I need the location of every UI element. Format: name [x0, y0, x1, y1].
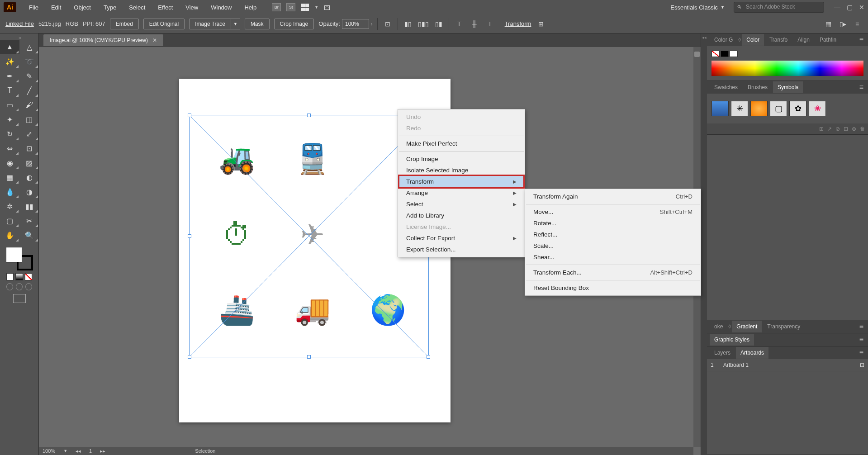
- artboard-nav-prev[interactable]: ◂◂: [76, 448, 81, 454]
- none-mode-icon[interactable]: [25, 273, 32, 280]
- align-bottom-icon[interactable]: ⊥: [484, 19, 495, 29]
- slice-tool[interactable]: ✂: [19, 213, 39, 228]
- rectangle-tool[interactable]: ▭: [0, 98, 19, 112]
- lasso-tool[interactable]: ➰: [19, 54, 39, 69]
- mesh-tool[interactable]: ▦: [0, 170, 19, 185]
- gradient-tool[interactable]: ◐: [19, 170, 39, 185]
- blend-tool[interactable]: ◑: [19, 185, 39, 199]
- close-tab-icon[interactable]: ✕: [152, 37, 157, 43]
- gradient-mode-icon[interactable]: [15, 273, 23, 280]
- edit-original-button[interactable]: Edit Original: [143, 19, 185, 29]
- draw-behind-icon[interactable]: [16, 283, 23, 290]
- menu-help[interactable]: Help: [238, 1, 263, 14]
- draw-inside-icon[interactable]: [25, 283, 32, 290]
- selection-tool[interactable]: ▲: [0, 40, 19, 54]
- artboard-options-icon[interactable]: ⊡: [860, 362, 864, 368]
- menu-window[interactable]: Window: [204, 1, 238, 14]
- menu-item-transform-each[interactable]: Transform Each...Alt+Shift+Ctrl+D: [525, 267, 701, 278]
- menu-view[interactable]: View: [179, 1, 204, 14]
- tab-stroke[interactable]: oke: [710, 321, 727, 332]
- menu-item-make-pixel-perfect[interactable]: Make Pixel Perfect: [398, 138, 525, 149]
- tab-align[interactable]: Align: [793, 34, 814, 46]
- symbol-thumbnail[interactable]: ✿: [789, 101, 806, 116]
- symbol-thumbnail[interactable]: [711, 101, 729, 116]
- type-tool[interactable]: T: [0, 83, 19, 98]
- perspective-tool[interactable]: ▨: [19, 156, 39, 170]
- menu-item-shear[interactable]: Shear...: [525, 251, 701, 263]
- selection-handle-tl[interactable]: [188, 114, 191, 117]
- magic-wand-tool[interactable]: ✨: [0, 54, 19, 69]
- align-right-icon[interactable]: ▯▮: [433, 19, 444, 29]
- close-button[interactable]: ✕: [859, 4, 864, 11]
- tab-graphic-styles[interactable]: Graphic Styles: [710, 334, 754, 346]
- symbol-thumbnail[interactable]: [750, 101, 768, 116]
- menu-item-select[interactable]: Select▶: [398, 199, 525, 210]
- menu-effect[interactable]: Effect: [152, 1, 179, 14]
- menu-item-scale[interactable]: Scale...: [525, 240, 701, 251]
- arrange-docs-icon[interactable]: [301, 4, 309, 11]
- pixel-snap-icon[interactable]: ▦: [823, 19, 834, 29]
- opacity-stepper[interactable]: ›: [371, 21, 373, 27]
- tab-color-guide[interactable]: Color G: [710, 34, 737, 46]
- artboard-row[interactable]: 1 Artboard 1 ⊡: [707, 359, 868, 371]
- menu-edit[interactable]: Edit: [45, 1, 67, 14]
- align-vcenter-icon[interactable]: ╫: [469, 19, 480, 29]
- document-tab[interactable]: Image.ai @ 100% (CMYK/GPU Preview) ✕: [43, 34, 163, 46]
- stock-icon[interactable]: St: [286, 3, 295, 11]
- align-hcenter-icon[interactable]: ▯▮▯: [418, 19, 429, 29]
- bridge-icon[interactable]: Br: [272, 3, 281, 11]
- panel-menu-icon[interactable]: ≡: [858, 81, 865, 93]
- place-symbol-icon[interactable]: ↗: [827, 126, 832, 132]
- tab-layers[interactable]: Layers: [710, 347, 735, 359]
- tab-gradient[interactable]: Gradient: [732, 321, 762, 332]
- line-tool[interactable]: ╱: [19, 83, 39, 98]
- tab-transform[interactable]: Transfo: [765, 34, 792, 46]
- fill-swatch[interactable]: [6, 247, 22, 262]
- rotate-tool[interactable]: ↻: [0, 127, 19, 141]
- gpu-rocket-icon[interactable]: ⮹: [324, 4, 331, 11]
- none-swatch-icon[interactable]: [711, 51, 720, 57]
- color-mode-icon[interactable]: [6, 273, 14, 280]
- crop-artboard-icon[interactable]: ⊡: [382, 19, 393, 29]
- transform-link[interactable]: Transform: [505, 20, 531, 27]
- pen-tool[interactable]: ✒: [0, 69, 19, 83]
- menu-item-export-selection[interactable]: Export Selection...: [398, 244, 525, 255]
- linked-file-link[interactable]: Linked File: [5, 20, 34, 27]
- symbol-options-icon[interactable]: ⊡: [844, 126, 848, 132]
- menu-item-arrange[interactable]: Arrange▶: [398, 187, 525, 199]
- tab-transparency[interactable]: Transparency: [763, 321, 805, 332]
- screen-mode-icon[interactable]: [13, 294, 26, 303]
- menu-item-rotate[interactable]: Rotate...: [525, 218, 701, 229]
- menu-item-add-to-library[interactable]: Add to Library: [398, 210, 525, 221]
- width-tool[interactable]: ⇔: [0, 141, 19, 156]
- mask-button[interactable]: Mask: [245, 19, 270, 29]
- scale-tool[interactable]: ⤢: [19, 127, 39, 141]
- align-left-icon[interactable]: ▮▯: [403, 19, 413, 29]
- workspace-switcher[interactable]: Essentials Classic ▼: [666, 2, 729, 13]
- image-trace-dropdown[interactable]: ▼: [231, 19, 240, 29]
- eyedropper-tool[interactable]: 💧: [0, 185, 19, 199]
- selection-handle-bl[interactable]: [188, 355, 191, 359]
- panel-menu-icon[interactable]: ≡: [858, 321, 865, 332]
- selection-handle-ml[interactable]: [188, 234, 191, 238]
- delete-symbol-icon[interactable]: 🗑: [860, 126, 865, 132]
- selection-handle-br[interactable]: [427, 355, 430, 359]
- artboard-nav-next[interactable]: ▸▸: [100, 448, 105, 454]
- new-symbol-icon[interactable]: ⊕: [852, 126, 856, 132]
- symbol-libraries-icon[interactable]: ⊞: [819, 126, 824, 132]
- minimize-button[interactable]: —: [834, 4, 840, 11]
- tab-swatches[interactable]: Swatches: [710, 81, 742, 93]
- align-top-icon[interactable]: ⊤: [454, 19, 465, 29]
- tab-artboards[interactable]: Artboards: [736, 347, 768, 359]
- menu-file[interactable]: File: [23, 1, 45, 14]
- menu-item-collect-for-export[interactable]: Collect For Export▶: [398, 232, 525, 244]
- selection-handle-bm[interactable]: [307, 355, 311, 359]
- search-stock-input[interactable]: Search Adobe Stock: [734, 2, 824, 13]
- curvature-tool[interactable]: ✎: [19, 69, 39, 83]
- fill-stroke-control[interactable]: [6, 247, 33, 270]
- embed-button[interactable]: Embed: [110, 19, 139, 29]
- black-swatch[interactable]: [721, 51, 729, 57]
- artboard-tool[interactable]: ▢: [0, 213, 19, 228]
- direct-selection-tool[interactable]: △: [19, 40, 39, 54]
- menu-item-crop-image[interactable]: Crop Image: [398, 153, 525, 165]
